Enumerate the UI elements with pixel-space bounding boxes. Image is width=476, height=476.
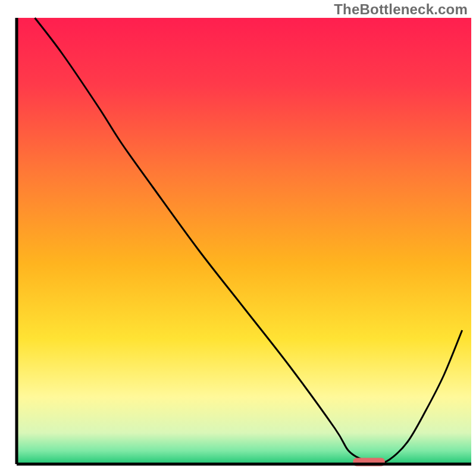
- chart-container: TheBottleneck.com: [0, 0, 476, 476]
- plot-background: [17, 18, 471, 464]
- watermark-text: TheBottleneck.com: [334, 1, 468, 18]
- bottleneck-chart: [0, 0, 476, 476]
